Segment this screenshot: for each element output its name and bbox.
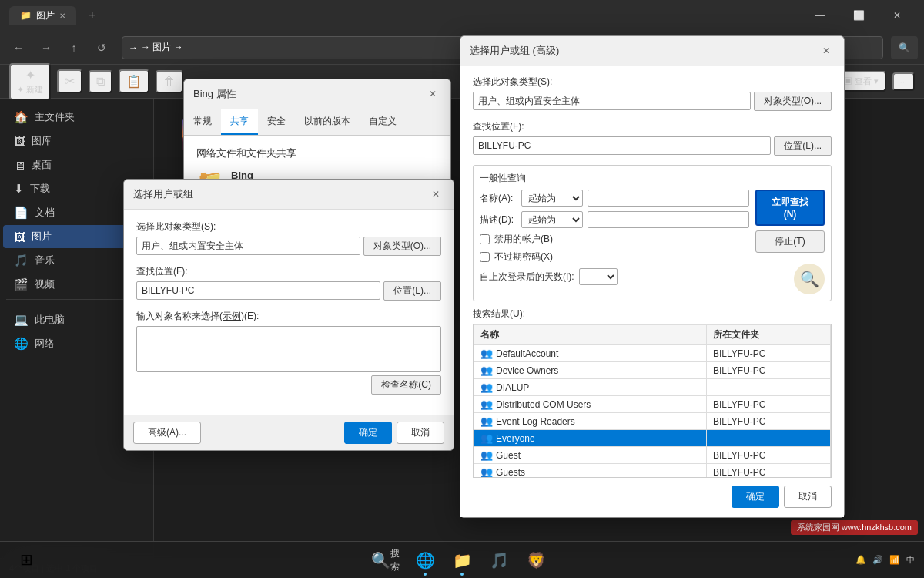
close-btn[interactable]: ✕ bbox=[879, 0, 915, 31]
adv-location-input[interactable] bbox=[473, 136, 771, 155]
query-name-input[interactable] bbox=[588, 190, 749, 207]
sidebar-item-thispc-label: 此电脑 bbox=[35, 313, 65, 327]
tab-security[interactable]: 安全 bbox=[258, 109, 295, 135]
select-user-large-close-btn[interactable]: ✕ bbox=[818, 42, 835, 59]
stop-btn[interactable]: 停止(T) bbox=[755, 230, 825, 253]
explorer-tab[interactable]: 📁 图片 ✕ bbox=[9, 6, 76, 25]
home-icon: 🏠 bbox=[14, 110, 28, 124]
query-desc-select[interactable]: 起始为 bbox=[521, 211, 583, 228]
find-now-btn[interactable]: 立即查找(N) bbox=[755, 190, 825, 226]
row-icon-2: 👥 bbox=[480, 381, 493, 393]
table-row[interactable]: 👥DIALUP bbox=[474, 379, 831, 396]
location-label: 查找位置(F): bbox=[136, 265, 441, 278]
stop-label: 停止(T) bbox=[775, 236, 805, 247]
taskbar-music[interactable]: 🎵 bbox=[482, 543, 516, 577]
new-tab-btn[interactable]: + bbox=[82, 8, 102, 22]
search-icon: 🔍 bbox=[371, 551, 390, 570]
check-name-btn[interactable]: 检查名称(C) bbox=[371, 375, 441, 395]
sidebar-item-network-label: 网络 bbox=[35, 337, 55, 351]
query-name-row: 名称(A): 起始为 bbox=[480, 190, 749, 207]
adv-obj-type-input[interactable] bbox=[473, 92, 751, 110]
advanced-btn[interactable]: 高级(A)... bbox=[133, 422, 201, 444]
tab-title: 图片 bbox=[36, 9, 55, 22]
sidebar-item-gallery-label: 图库 bbox=[32, 134, 52, 148]
fox-icon: 🦁 bbox=[527, 551, 546, 570]
location-btn[interactable]: 位置(L)... bbox=[383, 281, 441, 301]
address-path: → bbox=[129, 42, 138, 53]
adv-location-btn[interactable]: 位置(L)... bbox=[774, 136, 832, 156]
col-location-header: 所在文件夹 bbox=[707, 325, 831, 345]
adv-obj-type-btn[interactable]: 对象类型(O)... bbox=[754, 92, 832, 111]
taskbar-fox[interactable]: 🦁 bbox=[519, 543, 553, 577]
table-row[interactable]: 👥Everyone bbox=[474, 430, 831, 447]
adv-ok-btn[interactable]: 确定 bbox=[732, 486, 779, 508]
obj-type-input[interactable] bbox=[136, 237, 360, 255]
tab-customize[interactable]: 自定义 bbox=[360, 109, 406, 135]
select-user-small-footer: 高级(A)... 确定 取消 bbox=[124, 415, 454, 450]
forward-btn[interactable]: → bbox=[34, 35, 59, 60]
name-input-area[interactable] bbox=[136, 326, 441, 372]
table-row[interactable]: 👥Device Owners BILLYFU-PC bbox=[474, 362, 831, 379]
maximize-btn[interactable]: ⬜ bbox=[841, 0, 876, 31]
copy-btn[interactable]: ⧉ bbox=[89, 70, 112, 93]
adv-location-input-row: 位置(L)... bbox=[473, 136, 832, 156]
disabled-account-checkbox[interactable] bbox=[480, 234, 490, 244]
adv-location-row: 查找位置(F): 位置(L)... bbox=[473, 120, 832, 156]
volume-icon[interactable]: 🔊 bbox=[872, 555, 883, 565]
tab-general[interactable]: 常规 bbox=[184, 109, 221, 135]
minimize-btn[interactable]: — bbox=[802, 0, 838, 31]
sidebar-item-gallery[interactable]: 🖼 图库 bbox=[3, 129, 150, 153]
table-row[interactable]: 👥Distributed COM Users BILLYFU-PC bbox=[474, 396, 831, 413]
tab-sharing[interactable]: 共享 bbox=[221, 109, 258, 135]
taskbar: ⊞ 🔍 搜索 🌐 📁 🎵 🦁 🔔 🔊 📶 中 bbox=[0, 541, 924, 578]
refresh-btn[interactable]: ↺ bbox=[89, 35, 114, 60]
disabled-account-label: 禁用的帐户(B) bbox=[494, 233, 553, 246]
table-row[interactable]: 👥Guests BILLYFU-PC bbox=[474, 464, 831, 479]
paste-icon: 📋 bbox=[126, 74, 142, 89]
taskbar-browser[interactable]: 🌐 bbox=[408, 543, 442, 577]
select-user-small-close-btn[interactable]: ✕ bbox=[427, 186, 444, 203]
cut-icon: ✂ bbox=[65, 74, 75, 89]
no-expire-pwd-checkbox[interactable] bbox=[480, 252, 490, 262]
cut-btn[interactable]: ✂ bbox=[57, 69, 82, 93]
sharing-section-title: 网络文件和文件夹共享 bbox=[196, 146, 438, 160]
search-btn[interactable]: 🔍 bbox=[891, 36, 918, 59]
location-input[interactable] bbox=[136, 281, 380, 300]
taskbar-search[interactable]: 🔍 搜索 bbox=[371, 543, 405, 577]
sidebar-item-desktop[interactable]: 🖥 桌面 bbox=[3, 153, 150, 176]
table-row[interactable]: 👥Event Log Readers BILLYFU-PC bbox=[474, 413, 831, 430]
delete-icon: 🗑 bbox=[163, 75, 176, 89]
table-row[interactable]: 👥DefaultAccount BILLYFU-PC bbox=[474, 345, 831, 362]
paste-btn[interactable]: 📋 bbox=[119, 69, 149, 93]
notification-icon[interactable]: 🔔 bbox=[855, 555, 866, 565]
taskbar-explorer[interactable]: 📁 bbox=[445, 543, 479, 577]
table-row[interactable]: 👥Guest BILLYFU-PC bbox=[474, 447, 831, 464]
up-btn[interactable]: ↑ bbox=[62, 35, 86, 60]
query-desc-input[interactable] bbox=[588, 211, 749, 228]
delete-btn[interactable]: 🗑 bbox=[156, 70, 183, 93]
back-btn[interactable]: ← bbox=[6, 35, 31, 60]
browser-icon: 🌐 bbox=[416, 551, 435, 570]
start-btn[interactable]: ⊞ bbox=[9, 543, 43, 576]
sidebar-item-music-label: 音乐 bbox=[35, 254, 55, 267]
new-btn[interactable]: ✦ ✦ 新建 bbox=[9, 63, 51, 100]
network-icon[interactable]: 📶 bbox=[889, 555, 900, 565]
select-user-small-ok-btn[interactable]: 确定 bbox=[344, 422, 392, 444]
select-user-small-cancel-btn[interactable]: 取消 bbox=[397, 422, 444, 444]
bing-props-close-btn[interactable]: ✕ bbox=[424, 86, 441, 102]
select-user-large-dialog: 选择用户或组 (高级) ✕ 选择此对象类型(S): 对象类型(O)... 查找位… bbox=[460, 35, 845, 518]
more-btn[interactable]: ··· bbox=[892, 72, 915, 91]
sidebar-item-home[interactable]: 🏠 主文件夹 bbox=[3, 106, 150, 129]
tab-close-icon[interactable]: ✕ bbox=[59, 12, 65, 20]
obj-type-btn[interactable]: 对象类型(O)... bbox=[363, 237, 441, 256]
query-name-select[interactable]: 起始为 bbox=[521, 190, 583, 207]
select-user-large-body: 选择此对象类型(S): 对象类型(O)... 查找位置(F): 位置(L)...… bbox=[460, 66, 844, 517]
days-since-select[interactable] bbox=[579, 268, 618, 285]
adv-cancel-btn[interactable]: 取消 bbox=[784, 486, 832, 508]
search-animation-icon: 🔍 bbox=[794, 264, 825, 294]
bing-props-title: Bing 属性 bbox=[193, 87, 236, 101]
query-desc-row: 描述(D): 起始为 bbox=[480, 211, 749, 228]
tab-previous[interactable]: 以前的版本 bbox=[295, 109, 360, 135]
general-query-section: 一般性查询 名称(A): 起始为 描述(D): 起 bbox=[473, 165, 832, 301]
results-container[interactable]: 名称 所在文件夹 👥DefaultAccount BILLYFU-PC 👥Dev… bbox=[473, 324, 832, 478]
